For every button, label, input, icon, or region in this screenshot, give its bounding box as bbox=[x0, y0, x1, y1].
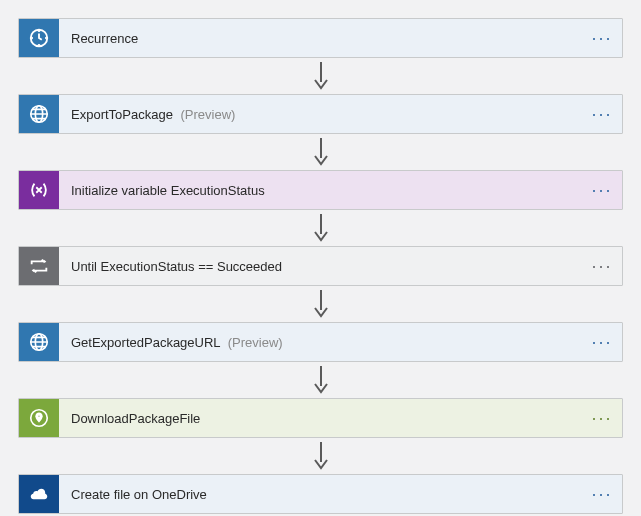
clock-icon bbox=[19, 19, 59, 57]
svg-point-15 bbox=[38, 415, 41, 418]
svg-point-2 bbox=[39, 45, 40, 46]
step-label: GetExportedPackageURL (Preview) bbox=[59, 335, 582, 350]
flow-arrow bbox=[18, 138, 623, 166]
step-label: Until ExecutionStatus == Succeeded bbox=[59, 259, 582, 274]
flow-step[interactable]: Initialize variable ExecutionStatus··· bbox=[18, 170, 623, 210]
loop-icon bbox=[19, 247, 59, 285]
more-menu-icon[interactable]: ··· bbox=[582, 332, 622, 353]
svg-point-1 bbox=[39, 30, 40, 31]
flow-arrow bbox=[18, 442, 623, 470]
more-menu-icon[interactable]: ··· bbox=[582, 408, 622, 429]
flow-step[interactable]: ExportToPackage (Preview)··· bbox=[18, 94, 623, 134]
flow-arrow bbox=[18, 214, 623, 242]
svg-point-4 bbox=[46, 38, 47, 39]
step-label: Initialize variable ExecutionStatus bbox=[59, 183, 582, 198]
flow-step[interactable]: Until ExecutionStatus == Succeeded··· bbox=[18, 246, 623, 286]
flow-arrow bbox=[18, 290, 623, 318]
flow-step[interactable]: GetExportedPackageURL (Preview)··· bbox=[18, 322, 623, 362]
flow-step[interactable]: DownloadPackageFile··· bbox=[18, 398, 623, 438]
more-menu-icon[interactable]: ··· bbox=[582, 28, 622, 49]
flow-arrow bbox=[18, 366, 623, 394]
globe-icon bbox=[19, 95, 59, 133]
more-menu-icon[interactable]: ··· bbox=[582, 256, 622, 277]
flow-arrow bbox=[18, 62, 623, 90]
step-label: ExportToPackage (Preview) bbox=[59, 107, 582, 122]
step-label: DownloadPackageFile bbox=[59, 411, 582, 426]
more-menu-icon[interactable]: ··· bbox=[582, 484, 622, 505]
pin-icon bbox=[19, 399, 59, 437]
variable-icon bbox=[19, 171, 59, 209]
more-menu-icon[interactable]: ··· bbox=[582, 104, 622, 125]
step-label: Create file on OneDrive bbox=[59, 487, 582, 502]
flow-step[interactable]: Recurrence··· bbox=[18, 18, 623, 58]
svg-point-3 bbox=[31, 38, 32, 39]
step-label: Recurrence bbox=[59, 31, 582, 46]
more-menu-icon[interactable]: ··· bbox=[582, 180, 622, 201]
globe-icon bbox=[19, 323, 59, 361]
flow-step[interactable]: Create file on OneDrive··· bbox=[18, 474, 623, 514]
onedrive-icon bbox=[19, 475, 59, 513]
